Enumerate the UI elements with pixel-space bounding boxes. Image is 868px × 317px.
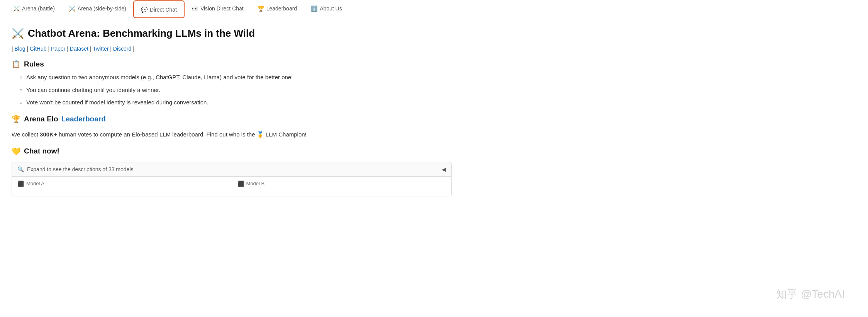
navigation-bar: ⚔️Arena (battle)⚔️Arena (side-by-side)💬D… (0, 0, 868, 18)
leaderboard-icon: 🏆 (12, 115, 21, 124)
rule-item: You can continue chatting until you iden… (19, 86, 452, 95)
rules-list: Ask any question to two anonymous models… (19, 73, 452, 107)
nav-tab-icon-about-us: ℹ️ (311, 5, 317, 12)
rules-heading-text: Rules (24, 60, 44, 68)
page-title-text: Chatbot Arena: Benchmarking LLMs in the … (28, 27, 255, 39)
external-link-github[interactable]: GitHub (30, 46, 47, 52)
nav-tab-label-leaderboard: Leaderboard (266, 5, 297, 12)
model-a-label: ⬛ Model A (17, 181, 226, 187)
nav-tab-label-about-us: About Us (320, 5, 342, 12)
nav-tab-arena-side-by-side[interactable]: ⚔️Arena (side-by-side) (62, 0, 133, 18)
nav-tab-icon-leaderboard: 🏆 (258, 5, 264, 12)
nav-tab-arena-battle[interactable]: ⚔️Arena (battle) (6, 0, 62, 18)
main-content: ⚔️ Chatbot Arena: Benchmarking LLMs in t… (0, 18, 463, 206)
nav-tab-direct-chat[interactable]: 💬Direct Chat (133, 0, 185, 18)
nav-tab-icon-direct-chat: 💬 (141, 7, 147, 13)
page-title: ⚔️ Chatbot Arena: Benchmarking LLMs in t… (12, 27, 452, 39)
leaderboard-heading-text: Arena Elo (24, 115, 58, 123)
model-b-label: ⬛ Model B (237, 181, 446, 187)
links-separator: | (67, 46, 70, 52)
expand-bar-arrow: ◀ (442, 166, 446, 172)
leaderboard-heading: 🏆 Arena Elo Leaderboard (12, 115, 452, 124)
model-a-panel: ⬛ Model A (12, 177, 232, 196)
page-title-icon: ⚔️ (12, 27, 24, 39)
leaderboard-link[interactable]: Leaderboard (61, 115, 106, 123)
external-link-twitter[interactable]: Twitter (93, 46, 108, 52)
model-a-icon: ⬛ (17, 181, 24, 187)
nav-tab-icon-arena-battle: ⚔️ (13, 5, 20, 12)
links-separator: | (27, 46, 30, 52)
models-row: ⬛ Model A ⬛ Model B (12, 177, 452, 196)
nav-tab-label-arena-side-by-side: Arena (side-by-side) (78, 5, 126, 12)
links-separator: | (12, 46, 15, 52)
nav-tab-vision-direct-chat[interactable]: 👀Vision Direct Chat (185, 0, 251, 18)
external-link-discord[interactable]: Discord (113, 46, 131, 52)
description-part1: We collect (12, 131, 40, 138)
rules-icon: 📋 (12, 60, 21, 68)
nav-tab-label-direct-chat: Direct Chat (150, 7, 177, 13)
links-separator: | (48, 46, 51, 52)
model-b-label-text: Model B (246, 181, 265, 186)
nav-tab-about-us[interactable]: ℹ️About Us (304, 0, 349, 18)
model-a-label-text: Model A (26, 181, 44, 186)
links-separator: | (110, 46, 113, 52)
chat-now-heading: 💛 Chat now! (12, 147, 452, 156)
external-links-row: | Blog | GitHub | Paper | Dataset | Twit… (12, 46, 452, 52)
external-link-paper[interactable]: Paper (51, 46, 65, 52)
rule-item: Ask any question to two anonymous models… (19, 73, 452, 82)
expand-bar-left: 🔍 Expand to see the descriptions of 33 m… (17, 166, 134, 172)
nav-tab-leaderboard[interactable]: 🏆Leaderboard (251, 0, 304, 18)
description-bold: 300K+ (40, 131, 57, 138)
external-link-blog[interactable]: Blog (15, 46, 25, 52)
leaderboard-section: 🏆 Arena Elo Leaderboard (12, 115, 452, 124)
expand-models-bar[interactable]: 🔍 Expand to see the descriptions of 33 m… (12, 162, 452, 177)
expand-bar-text: Expand to see the descriptions of 33 mod… (27, 166, 134, 172)
nav-tab-icon-vision-direct-chat: 👀 (192, 5, 198, 12)
model-b-icon: ⬛ (237, 181, 244, 187)
description-part2: human votes to compute an Elo-based LLM … (57, 131, 307, 138)
links-separator-end: | (133, 46, 134, 52)
chat-now-icon: 💛 (12, 147, 21, 156)
model-b-panel: ⬛ Model B (232, 177, 452, 196)
rules-heading: 📋 Rules (12, 60, 452, 68)
nav-tab-icon-arena-side-by-side: ⚔️ (69, 5, 75, 12)
rule-item: Vote won't be counted if model identity … (19, 98, 452, 107)
expand-bar-icon: 🔍 (17, 166, 24, 172)
nav-tab-label-vision-direct-chat: Vision Direct Chat (200, 5, 244, 12)
chat-now-text: Chat now! (24, 147, 59, 155)
nav-tab-label-arena-battle: Arena (battle) (22, 5, 55, 12)
description-text: We collect 300K+ human votes to compute … (12, 130, 452, 139)
external-link-dataset[interactable]: Dataset (70, 46, 88, 52)
